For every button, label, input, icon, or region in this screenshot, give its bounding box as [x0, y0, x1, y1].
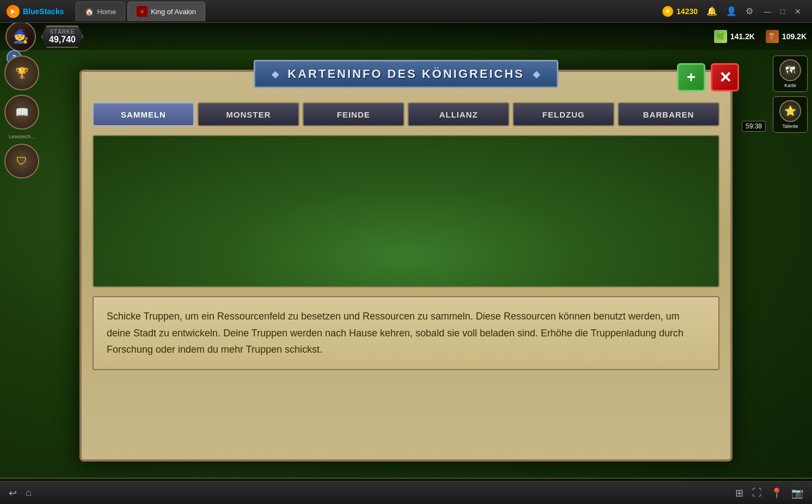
- modal-title: KARTENINFO DES KÖNIGREICHS: [288, 67, 525, 81]
- tab-monster[interactable]: MONSTER: [198, 102, 299, 126]
- tab-feinde[interactable]: FEINDE: [303, 102, 404, 126]
- food-amount: 141.2K: [730, 32, 755, 41]
- modal-desc-text: Schicke Truppen, um ein Ressourcenfeld z…: [107, 308, 705, 358]
- titlebar: ▶ BlueStacks 🏠 Home ⚔ King of Avalon P 1…: [0, 0, 812, 23]
- location-icon[interactable]: 📍: [771, 487, 783, 499]
- camera-icon[interactable]: 📷: [791, 487, 803, 499]
- modal-close-button[interactable]: ✕: [711, 63, 739, 91]
- tab-sammeln[interactable]: SAMMELN: [93, 102, 194, 126]
- player-avatar[interactable]: 🧙: [5, 23, 36, 52]
- account-icon[interactable]: 👤: [726, 6, 737, 16]
- bs-bottom-right: ⊞ ⛶ 📍 📷: [735, 487, 803, 499]
- modal-overlay: ◆ KARTENINFO DES KÖNIGREICHS ◆ ✕ + SAMME…: [0, 50, 812, 481]
- window-close-button[interactable]: ✕: [792, 6, 803, 17]
- settings-icon[interactable]: ⚙: [746, 6, 753, 16]
- home-button[interactable]: ⌂: [26, 487, 32, 499]
- titlebar-right: P 14230 🔔 👤 ⚙ — □ ✕: [662, 6, 812, 17]
- game-tab-icon: ⚔: [137, 6, 147, 17]
- game-tab[interactable]: ⚔ King of Avalon: [127, 2, 205, 21]
- home-tab[interactable]: 🏠 Home: [76, 2, 125, 21]
- tab-allianz[interactable]: ALLIANZ: [408, 102, 509, 126]
- coins-value: 14230: [676, 7, 698, 16]
- window-controls: — □ ✕: [762, 6, 803, 17]
- modal-add-button[interactable]: +: [677, 63, 705, 91]
- strength-display: STÄRKE 49,740: [41, 26, 83, 48]
- app-name: BlueStacks: [23, 7, 64, 16]
- home-tab-label: Home: [97, 8, 116, 16]
- hud-top: 🧙 3 STÄRKE 49,740 🌿 141.2K 🪵 109.2K: [0, 23, 812, 50]
- modal-description: Schicke Truppen, um ein Ressourcenfeld z…: [93, 296, 719, 370]
- modal-image-area: [93, 135, 719, 287]
- coins-display: P 14230: [662, 6, 698, 17]
- wood-icon: 🪵: [766, 30, 779, 43]
- game-tab-label: King of Avalon: [151, 8, 196, 16]
- tab-barbaren[interactable]: BARBAREN: [618, 102, 719, 126]
- fullscreen-icon[interactable]: ⛶: [752, 487, 762, 499]
- banner-deco-right: ◆: [533, 68, 540, 80]
- strength-label: STÄRKE: [50, 29, 75, 35]
- game-background: 🧙 3 STÄRKE 49,740 🌿 141.2K 🪵 109.2K 🏆 📖 …: [0, 23, 812, 504]
- home-icon: 🏠: [85, 8, 94, 16]
- resource-display: 🌿 141.2K 🪵 109.2K: [714, 30, 807, 43]
- wood-amount: 109.2K: [782, 32, 807, 41]
- tab-area: 🏠 Home ⚔ King of Avalon: [76, 0, 205, 22]
- modal-dialog: ◆ KARTENINFO DES KÖNIGREICHS ◆ ✕ + SAMME…: [79, 70, 733, 462]
- food-icon: 🌿: [714, 30, 727, 43]
- bs-bottom-bar: ↩ ⌂ ⊞ ⛶ 📍 📷: [0, 481, 812, 504]
- modal-title-banner: ◆ KARTENINFO DES KÖNIGREICHS ◆: [254, 60, 558, 88]
- maximize-button[interactable]: □: [777, 6, 788, 17]
- notification-icon[interactable]: 🔔: [706, 6, 717, 16]
- tab-feldzug[interactable]: FELDZUG: [513, 102, 614, 126]
- grid-view-icon[interactable]: ⊞: [735, 487, 743, 499]
- wood-resource: 🪵 109.2K: [766, 30, 807, 43]
- food-resource: 🌿 141.2K: [714, 30, 755, 43]
- bluestacks-icon: ▶: [7, 5, 20, 18]
- strength-value: 49,740: [49, 35, 76, 45]
- tabs-row: SAMMELN MONSTER FEINDE ALLIANZ FELDZUG B…: [93, 102, 719, 126]
- back-button[interactable]: ↩: [9, 487, 17, 499]
- app-logo: ▶ BlueStacks: [0, 5, 70, 18]
- minimize-button[interactable]: —: [762, 6, 773, 17]
- grass-background: [94, 136, 718, 286]
- coin-icon: P: [662, 6, 673, 17]
- banner-deco-left: ◆: [272, 68, 279, 80]
